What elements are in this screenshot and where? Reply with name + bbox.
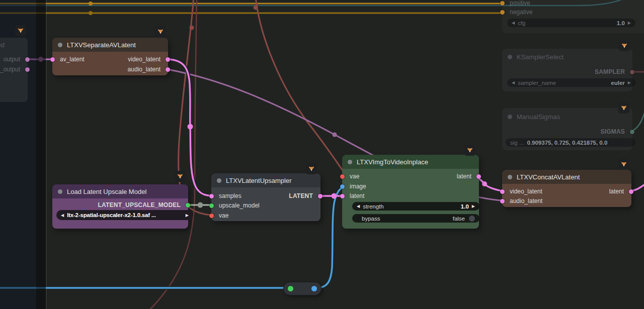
link-dot[interactable] (89, 2, 93, 6)
widget-label: cfg (518, 20, 525, 26)
latent-port-dot[interactable] (25, 57, 30, 62)
image-port-dot[interactable] (340, 184, 345, 189)
widget-label: bypass (362, 216, 380, 222)
link-dot[interactable] (89, 11, 93, 15)
input-port-image[interactable]: image (342, 182, 366, 191)
node-title: KSamplerSelect (517, 53, 564, 61)
widget-value: false (453, 216, 465, 222)
link-dot[interactable] (333, 133, 337, 137)
wire-vae-to-img2video (256, 0, 347, 176)
strength-slider-widget[interactable]: ◀ strength 1.0 ▶ (352, 202, 479, 211)
input-port-latent[interactable]: latent (342, 191, 364, 200)
collapse-dot[interactable] (58, 43, 62, 47)
conditioning-port-dot[interactable] (500, 10, 505, 15)
node-ksampler-select[interactable]: KSamplerSelect SAMPLER ◀ sampler_name eu… (502, 49, 632, 91)
collapse-dot[interactable] (508, 55, 512, 59)
node-ltxv-img-to-video-inplace[interactable]: LTXVImgToVideoInplace vae image latent l… (342, 155, 479, 229)
output-port-latent[interactable]: LATENT (289, 191, 320, 200)
link-dot[interactable] (482, 181, 487, 186)
toggle-knob-icon[interactable] (469, 216, 475, 222)
wire-sigmas-out (630, 106, 644, 132)
model-port-dot[interactable] (186, 203, 190, 208)
reroute-output-dot[interactable] (311, 286, 317, 291)
link-dot[interactable] (254, 6, 258, 10)
increment-arrow-icon[interactable]: ▶ (472, 204, 475, 209)
output-port-sigmas[interactable]: SIGMAS (600, 127, 632, 136)
node-manual-sigmas[interactable]: ManualSigmas SIGMAS sig ... 0.909375, 0.… (502, 108, 632, 150)
link-dot[interactable] (332, 193, 337, 199)
decrement-arrow-icon[interactable]: ◀ (512, 21, 515, 25)
combo-prev-icon[interactable]: ◀ (512, 80, 515, 85)
node-ltxv-latent-upsampler[interactable]: LTXVLatentUpsampler samples upscale_mode… (211, 173, 320, 221)
latent-port-dot[interactable] (50, 57, 55, 62)
sampler-port-dot[interactable] (630, 70, 634, 74)
input-port-negative[interactable]: negative (502, 8, 532, 17)
input-port-video-latent[interactable]: video_latent (502, 187, 542, 196)
output-port-latent[interactable]: latent (609, 187, 631, 196)
fox-badge-icon (155, 26, 166, 37)
input-port-positive[interactable]: positive (502, 0, 530, 8)
latent-port-dot[interactable] (209, 194, 214, 198)
input-port-samples[interactable]: samples (211, 191, 242, 200)
combo-next-icon[interactable]: ▶ (628, 80, 631, 85)
decrement-arrow-icon[interactable]: ◀ (357, 204, 360, 209)
node-cfg-guider-partial[interactable]: positive negative ◀ cfg 1.0 ▶ (502, 0, 644, 33)
output-port-latent[interactable]: latent (457, 172, 479, 181)
node-title: LTXVConcatAVLatent (517, 173, 580, 181)
latent-port-dot[interactable] (629, 189, 633, 194)
node-graph-canvas[interactable]: ced output l_output LTXVSeparateAVLatent… (0, 0, 644, 309)
input-port-upscale-model[interactable]: upscale_model (211, 201, 260, 210)
node-title: ced (0, 41, 5, 49)
input-port-av-latent[interactable]: av_latent (52, 55, 85, 64)
output-port-video-latent[interactable]: video_latent (128, 55, 168, 64)
combo-value: ltx-2-spatial-upscaler-x2-1.0.saf ... (67, 212, 156, 218)
latent-port-dot[interactable] (166, 67, 170, 72)
cfg-slider-widget[interactable]: ◀ cfg 1.0 ▶ (507, 19, 635, 27)
widget-label: strength (363, 203, 384, 210)
link-dot[interactable] (38, 57, 43, 62)
collapse-dot[interactable] (508, 175, 512, 179)
input-port-vae[interactable]: vae (211, 211, 228, 220)
reroute-input-dot[interactable] (288, 286, 293, 291)
link-dot[interactable] (190, 26, 194, 30)
combo-next-icon[interactable]: ▶ (186, 213, 189, 218)
output-port-audio-latent[interactable]: audio_latent (128, 65, 168, 74)
latent-port-dot[interactable] (318, 194, 323, 198)
sampler-name-combo[interactable]: ◀ sampler_name euler ▶ (507, 78, 635, 87)
latent-port-dot[interactable] (500, 199, 505, 203)
output-port-denoised[interactable]: l_output (0, 65, 28, 74)
collapse-dot[interactable] (217, 178, 221, 183)
node-title: ManualSigmas (517, 113, 560, 121)
sigmas-port-dot[interactable] (630, 130, 634, 134)
latent-port-dot[interactable] (476, 174, 481, 179)
output-port-sampler[interactable]: SAMPLER (595, 67, 632, 76)
increment-arrow-icon[interactable]: ▶ (628, 21, 631, 25)
reroute-node[interactable] (283, 282, 321, 295)
node-ltxv-concat-av-latent[interactable]: LTXVConcatAVLatent video_latent audio_la… (502, 170, 631, 207)
input-port-vae[interactable]: vae (342, 172, 359, 181)
combo-prev-icon[interactable]: ◀ (61, 213, 64, 218)
node-ltxv-separate-av-latent[interactable]: LTXVSeparateAVLatent av_latent video_lat… (52, 38, 168, 75)
latent-port-dot[interactable] (500, 189, 505, 194)
vae-port-dot[interactable] (340, 174, 345, 179)
collapse-dot[interactable] (58, 189, 62, 194)
node-load-latent-upscale-model[interactable]: Load Latent Upscale Model LATENT_UPSCALE… (52, 184, 188, 229)
latent-port-dot[interactable] (340, 194, 345, 198)
output-port-output[interactable]: output (4, 55, 28, 64)
link-dot[interactable] (198, 202, 203, 208)
upscale-model-combo[interactable]: ◀ ltx-2-spatial-upscaler-x2-1.0.saf ... … (56, 210, 193, 220)
node-sampler-custom-partial[interactable]: ced output l_output (0, 38, 28, 102)
latent-port-dot[interactable] (166, 57, 170, 62)
bypass-toggle-widget[interactable]: bypass false (352, 214, 479, 223)
conditioning-port-dot[interactable] (500, 1, 505, 6)
collapse-dot[interactable] (348, 160, 352, 164)
collapse-dot[interactable] (508, 115, 512, 119)
output-port-latent-upscale-model[interactable]: LATENT_UPSCALE_MODEL (98, 200, 188, 210)
sigmas-text-widget[interactable]: sig ... 0.909375, 0.725, 0.421875, 0.0 (506, 138, 635, 147)
latent-port-dot[interactable] (25, 67, 30, 72)
vae-port-dot[interactable] (209, 214, 214, 218)
link-dot[interactable] (188, 124, 193, 130)
widget-label: sampler_name (518, 80, 556, 86)
input-port-audio-latent[interactable]: audio_latent (502, 196, 542, 205)
model-port-dot[interactable] (209, 203, 214, 208)
